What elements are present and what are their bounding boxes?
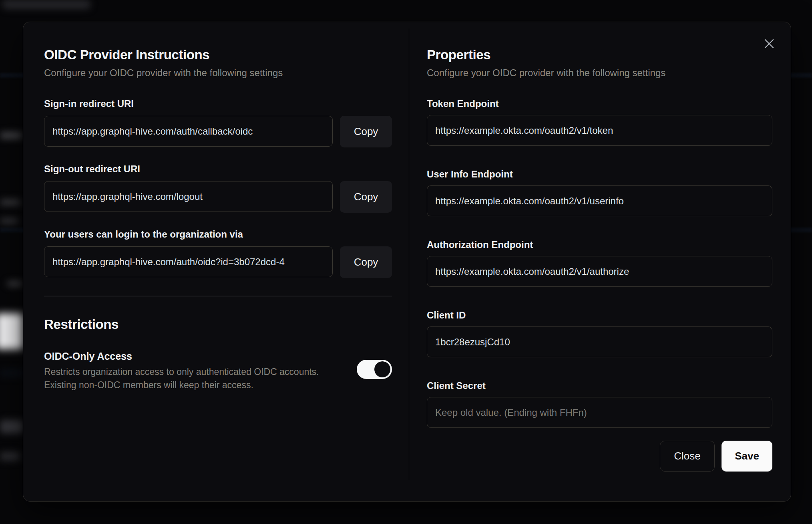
authorization-endpoint-input[interactable] (427, 256, 772, 287)
field-group: Sign-in redirect URI Copy (44, 97, 392, 147)
background-artifact (0, 313, 23, 349)
client-secret-label: Client Secret (427, 379, 772, 392)
user-info-endpoint-input[interactable] (427, 185, 772, 216)
oidc-only-access-description: Restricts organization access to only au… (44, 365, 341, 392)
instructions-title: OIDC Provider Instructions (44, 46, 392, 64)
section-divider (44, 296, 392, 296)
close-button[interactable]: Close (660, 441, 715, 472)
oidc-only-access-text: OIDC-Only Access Restricts organization … (44, 349, 357, 392)
restrictions-title: Restrictions (44, 316, 392, 333)
token-endpoint-label: Token Endpoint (427, 97, 772, 110)
field-group: Client ID (427, 309, 772, 357)
copy-login-uri-button[interactable]: Copy (340, 246, 392, 278)
background-artifact (0, 218, 18, 224)
background-artifact (0, 452, 20, 461)
background-artifact (0, 200, 21, 205)
field-group: Sign-out redirect URI Copy (44, 163, 392, 213)
signout-redirect-uri-input[interactable] (44, 181, 333, 212)
oidc-only-access-label: OIDC-Only Access (44, 349, 341, 363)
save-button[interactable]: Save (722, 441, 772, 472)
client-id-input[interactable] (427, 326, 772, 357)
app-screen: OIDC Provider Instructions Configure you… (0, 0, 812, 524)
client-secret-input[interactable] (427, 397, 772, 428)
organization-login-uri-label: Your users can login to the organization… (44, 228, 392, 241)
properties-title: Properties (427, 46, 772, 64)
background-artifact (0, 369, 24, 377)
field-group: Client Secret (427, 379, 772, 428)
background-artifact (2, 0, 90, 9)
field-group: Your users can login to the organization… (44, 228, 392, 278)
description-line: Restricts organization access to only au… (44, 367, 319, 377)
oidc-settings-dialog: OIDC Provider Instructions Configure you… (23, 22, 791, 502)
background-artifact (7, 281, 22, 286)
dialog-actions: Close Save (427, 441, 772, 472)
oidc-only-access-toggle[interactable] (357, 360, 392, 379)
signout-redirect-uri-label: Sign-out redirect URI (44, 163, 392, 175)
field-group: User Info Endpoint (427, 168, 772, 216)
copy-signin-uri-button[interactable]: Copy (340, 116, 392, 147)
background-artifact (0, 420, 23, 433)
instructions-panel: OIDC Provider Instructions Configure you… (23, 22, 409, 501)
field-group: Authorization Endpoint (427, 238, 772, 287)
background-artifact (0, 132, 22, 139)
oidc-only-access-row: OIDC-Only Access Restricts organization … (44, 349, 392, 392)
authorization-endpoint-label: Authorization Endpoint (427, 238, 772, 251)
description-line: Existing non-OIDC members will keep thei… (44, 380, 253, 390)
field-group: Token Endpoint (427, 97, 772, 146)
properties-subtitle: Configure your OIDC provider with the fo… (427, 66, 772, 80)
properties-panel: Properties Configure your OIDC provider … (409, 22, 791, 501)
user-info-endpoint-label: User Info Endpoint (427, 168, 772, 181)
instructions-subtitle: Configure your OIDC provider with the fo… (44, 66, 392, 80)
token-endpoint-input[interactable] (427, 115, 772, 146)
organization-login-uri-input[interactable] (44, 246, 333, 277)
client-id-label: Client ID (427, 309, 772, 322)
signin-redirect-uri-label: Sign-in redirect URI (44, 97, 392, 110)
signin-redirect-uri-input[interactable] (44, 116, 333, 147)
copy-signout-uri-button[interactable]: Copy (340, 181, 392, 213)
toggle-knob (374, 361, 390, 377)
close-icon[interactable] (761, 36, 777, 52)
